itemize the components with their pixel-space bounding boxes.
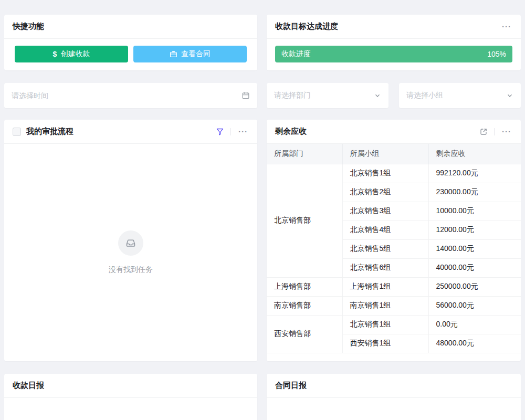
table-header-row: 所属部门 所属小组 剩余应收 xyxy=(267,144,521,164)
amount-cell: 0.00元 xyxy=(428,315,521,334)
quick-actions-body: $ 创建收款 查看合同 xyxy=(4,39,257,69)
view-contract-label: 查看合同 xyxy=(181,49,211,59)
progress-card: 收款目标达成进度 ··· 收款进度 105% xyxy=(267,15,521,70)
time-filter[interactable] xyxy=(4,83,257,108)
receivable-header: 剩余应收 ··· xyxy=(267,120,521,144)
divider xyxy=(494,128,495,135)
col-group: 所属小组 xyxy=(342,144,428,164)
approval-title: 我的审批流程 xyxy=(26,127,74,136)
group-cell: 北京销售3组 xyxy=(342,202,428,220)
group-select[interactable]: 请选择小组 xyxy=(399,83,521,108)
create-receipt-label: 创建收款 xyxy=(60,49,90,59)
amount-cell: 14000.00元 xyxy=(428,239,521,258)
group-select-placeholder: 请选择小组 xyxy=(406,91,506,100)
amount-cell: 10000.00元 xyxy=(428,202,521,220)
col-department: 所属部门 xyxy=(267,144,342,164)
department-cell: 上海销售部 xyxy=(267,277,342,296)
progress-body: 收款进度 105% xyxy=(267,39,521,69)
approval-card: 我的审批流程 ··· 没有找到任务 xyxy=(4,120,257,361)
progress-title: 收款目标达成进度 xyxy=(275,22,338,32)
time-input[interactable] xyxy=(12,91,242,100)
empty-state: 没有找到任务 xyxy=(4,144,257,361)
filter-funnel-icon[interactable] xyxy=(216,128,224,136)
select-all-checkbox[interactable] xyxy=(13,128,21,136)
group-cell: 上海销售1组 xyxy=(342,277,428,296)
contract-daily-title: 合同日报 xyxy=(275,381,307,391)
progress-bar-value: 105% xyxy=(487,50,506,58)
contract-daily-header: 合同日报 xyxy=(267,374,521,398)
dollar-icon: $ xyxy=(53,50,57,58)
chevron-down-icon xyxy=(506,92,513,99)
group-cell: 北京销售5组 xyxy=(342,239,428,258)
amount-cell: 40000.00元 xyxy=(428,258,521,277)
department-cell: 南京销售部 xyxy=(267,296,342,315)
dept-select[interactable]: 请选择部门 xyxy=(267,83,388,108)
quick-actions-card: 快捷功能 $ 创建收款 查看合同 xyxy=(4,15,257,70)
table-row: 南京销售部南京销售1组56000.00元 xyxy=(267,296,521,315)
receivable-title: 剩余应收 xyxy=(275,127,307,136)
receivable-table-body: 北京销售部北京销售1组992120.00元北京销售2组230000.00元北京销… xyxy=(267,164,521,353)
table-row: 上海销售部上海销售1组250000.00元 xyxy=(267,277,521,296)
view-contract-button[interactable]: 查看合同 xyxy=(133,46,247,62)
chevron-down-icon xyxy=(374,92,381,99)
more-icon[interactable]: ··· xyxy=(501,127,512,136)
create-receipt-button[interactable]: $ 创建收款 xyxy=(15,46,128,62)
receipt-daily-title: 收款日报 xyxy=(13,381,44,391)
progress-bar: 收款进度 105% xyxy=(275,46,512,62)
amount-cell: 48000.00元 xyxy=(428,334,521,353)
dept-select-placeholder: 请选择部门 xyxy=(274,91,374,100)
receivable-table: 所属部门 所属小组 剩余应收 北京销售部北京销售1组992120.00元北京销售… xyxy=(267,144,521,353)
receivable-card: 剩余应收 ··· 所属部门 所属小组 剩余应收 北京销售部北京销售1组99212… xyxy=(267,120,521,361)
approval-header: 我的审批流程 ··· xyxy=(4,120,257,144)
amount-cell: 12000.00元 xyxy=(428,220,521,239)
group-cell: 北京销售1组 xyxy=(342,315,428,334)
briefcase-icon xyxy=(170,50,177,58)
group-cell: 北京销售4组 xyxy=(342,220,428,239)
progress-bar-label: 收款进度 xyxy=(281,49,311,59)
table-row: 北京销售部北京销售1组992120.00元 xyxy=(267,164,521,183)
divider xyxy=(230,128,231,135)
quick-actions-title: 快捷功能 xyxy=(13,22,44,32)
department-cell: 北京销售部 xyxy=(267,164,342,277)
more-icon[interactable]: ··· xyxy=(501,22,512,32)
amount-cell: 250000.00元 xyxy=(428,277,521,296)
group-cell: 南京销售1组 xyxy=(342,296,428,315)
receipt-daily-header: 收款日报 xyxy=(4,374,257,398)
empty-text: 没有找到任务 xyxy=(109,265,153,275)
external-link-icon[interactable] xyxy=(479,128,488,136)
group-cell: 北京销售6组 xyxy=(342,258,428,277)
amount-cell: 992120.00元 xyxy=(428,164,521,183)
more-icon[interactable]: ··· xyxy=(237,127,249,136)
quick-actions-header: 快捷功能 xyxy=(4,15,257,39)
col-remaining: 剩余应收 xyxy=(428,144,521,164)
group-cell: 北京销售2组 xyxy=(342,183,428,202)
calendar-icon[interactable] xyxy=(242,91,250,100)
receipt-daily-card: 收款日报 xyxy=(4,374,257,420)
contract-daily-card: 合同日报 xyxy=(267,374,521,420)
amount-cell: 56000.00元 xyxy=(428,296,521,315)
department-cell: 西安销售部 xyxy=(267,315,342,353)
table-row: 西安销售部北京销售1组0.00元 xyxy=(267,315,521,334)
inbox-icon xyxy=(118,230,143,256)
group-cell: 西安销售1组 xyxy=(342,334,428,353)
group-cell: 北京销售1组 xyxy=(342,164,428,183)
progress-header: 收款目标达成进度 ··· xyxy=(267,15,521,39)
amount-cell: 230000.00元 xyxy=(428,183,521,202)
